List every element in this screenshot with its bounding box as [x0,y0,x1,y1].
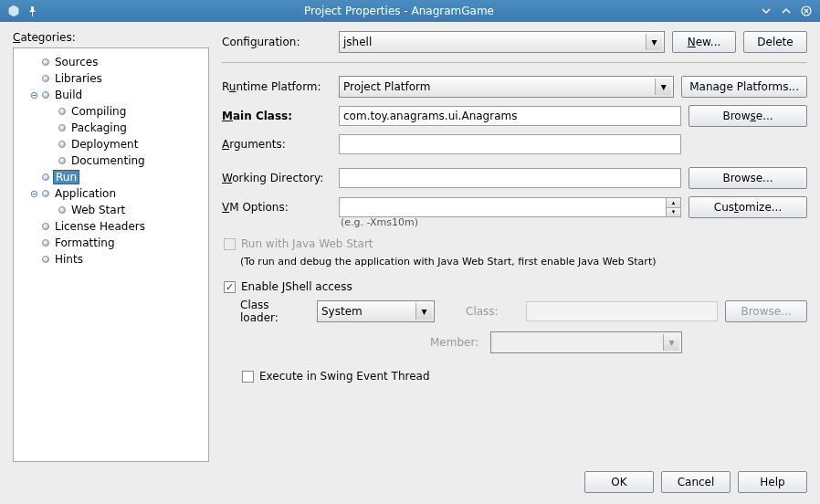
tree-item-label: Run [53,170,79,184]
bullet-icon [42,256,49,263]
tree-item[interactable]: Formatting [17,235,205,251]
arguments-label: Arguments: [222,138,331,151]
swing-checkbox[interactable] [242,371,254,383]
tree-item-label: Web Start [69,204,127,216]
configuration-label: Configuration: [222,36,331,48]
titlebar: Project Properties - AnagramGame [0,0,820,22]
vmoptions-stepper[interactable]: ▴▾ [667,197,681,217]
svg-rect-2 [33,95,37,96]
bullet-icon [42,91,49,99]
chevron-down-icon: ▾ [663,334,679,351]
bullet-icon [42,173,49,181]
bullet-icon [58,108,66,115]
vmoptions-label: VM Options: [222,201,331,214]
pin-icon[interactable] [26,5,38,17]
bullet-icon [42,223,49,230]
tree-item[interactable]: Application [17,185,205,202]
webstart-label: Run with Java Web Start [241,237,373,250]
help-button[interactable]: Help [738,471,807,493]
tree-branch-icon [30,58,38,67]
tree-item[interactable]: Sources [17,54,205,70]
categories-label: Categories: [13,31,209,44]
tree-item-label: Deployment [69,138,140,151]
webstart-checkbox [224,238,236,250]
mainclass-label: Main Class: [222,110,331,122]
minimize-icon[interactable] [760,5,773,17]
app-icon [7,5,20,17]
tree-item[interactable]: Compiling [17,103,205,120]
jshell-label: Enable JShell access [241,280,352,293]
tree-branch-icon [47,108,55,116]
configuration-combo[interactable]: jshell ▾ [339,31,665,53]
tree-branch-icon [47,157,55,165]
tree-item[interactable]: License Headers [17,218,205,235]
browse-workingdir-button[interactable]: Browse... [689,167,807,189]
chevron-down-icon: ▾ [646,34,662,50]
classloader-label: Class loader: [240,299,310,324]
tree-item-label: Formatting [53,236,117,249]
vmoptions-hint: (e.g. -Xms10m) [341,216,807,228]
bullet-icon [42,58,49,66]
jshell-checkbox[interactable] [224,281,236,293]
tree-item[interactable]: Hints [17,251,205,268]
customize-button[interactable]: Customize... [689,196,807,218]
categories-tree[interactable]: SourcesLibrariesBuildCompilingPackagingD… [13,47,209,462]
tree-item[interactable]: Deployment [17,136,205,152]
bullet-icon [58,157,66,164]
workingdir-input[interactable] [339,168,681,188]
runtime-label: Runtime Platform: [222,80,331,93]
cancel-button[interactable]: Cancel [661,471,731,493]
classloader-combo[interactable]: System ▾ [317,300,435,322]
bullet-icon [42,239,49,247]
collapse-icon[interactable] [30,91,38,100]
tree-branch-icon [30,75,38,83]
tree-item-label: Build [53,89,84,101]
footer: OK Cancel Help [13,462,807,493]
bullet-icon [58,124,66,131]
tree-item[interactable]: Packaging [17,120,205,136]
workingdir-label: Working Directory: [222,172,331,184]
bullet-icon [58,206,66,214]
bullet-icon [58,141,66,148]
chevron-down-icon: ▾ [655,79,671,95]
separator [222,62,807,63]
browse-mainclass-button[interactable]: Browse... [689,105,807,127]
vmoptions-input[interactable] [339,197,667,217]
tree-branch-icon [47,141,55,149]
tree-item-label: Sources [53,56,100,68]
tree-item[interactable]: Build [17,87,205,103]
tree-item[interactable]: Libraries [17,70,205,87]
tree-branch-icon [30,239,38,247]
tree-item-label: Application [53,187,118,200]
chevron-down-icon: ▾ [415,303,432,320]
manage-platforms-button[interactable]: Manage Platforms... [681,76,807,98]
bullet-icon [42,75,49,82]
svg-rect-4 [33,194,37,194]
class-label: Class: [466,305,519,318]
arguments-input[interactable] [339,134,681,154]
main-panel: Configuration: jshell ▾ New... Delete Ru… [222,31,807,462]
ok-button[interactable]: OK [584,471,654,493]
tree-item[interactable]: Run [17,169,205,185]
tree-branch-icon [47,124,55,132]
member-combo: ▾ [490,331,682,353]
tree-item-label: Compiling [69,105,128,118]
swing-label: Execute in Swing Event Thread [259,370,430,383]
window-title: Project Properties - AnagramGame [38,5,760,17]
mainclass-input[interactable] [339,106,681,126]
maximize-icon[interactable] [780,5,793,17]
webstart-note: (To run and debug the application with J… [240,256,807,268]
close-icon[interactable] [800,5,813,17]
collapse-icon[interactable] [30,190,38,198]
delete-button[interactable]: Delete [743,31,807,53]
tree-item-label: Packaging [69,121,129,134]
tree-item-label: Hints [53,253,85,266]
tree-item[interactable]: Documenting [17,152,205,169]
runtime-combo[interactable]: Project Platform ▾ [339,76,674,98]
browse-class-button: Browse... [725,300,807,322]
tree-item-label: License Headers [53,220,147,233]
tree-item[interactable]: Web Start [17,202,205,218]
class-input [526,301,718,321]
new-button[interactable]: New... [672,31,736,53]
tree-branch-icon [30,256,38,264]
